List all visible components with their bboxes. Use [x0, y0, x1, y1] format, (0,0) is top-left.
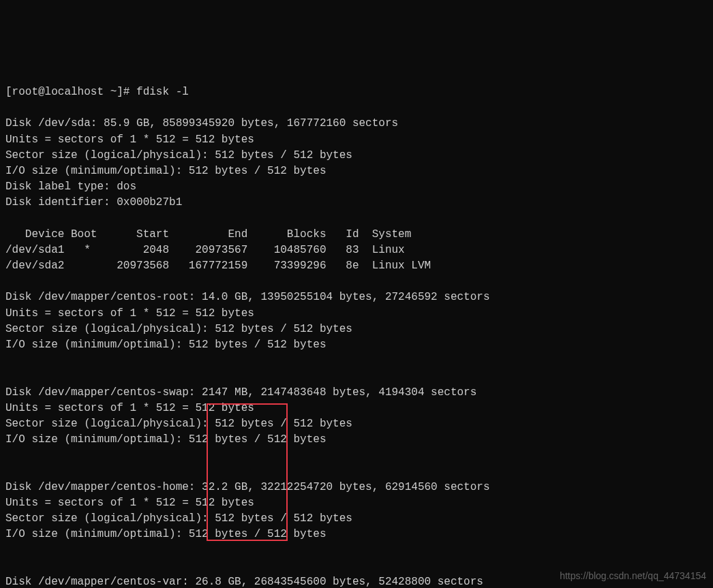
- disk-sda-header: Disk /dev/sda: 85.9 GB, 85899345920 byte…: [5, 117, 398, 129]
- disk-root-io-size: I/O size (minimum/optimal): 512 bytes / …: [5, 339, 326, 351]
- disk-sda-label-type: Disk label type: dos: [5, 181, 136, 193]
- disk-swap-io-size: I/O size (minimum/optimal): 512 bytes / …: [5, 433, 326, 446]
- prompt-line: [root@localhost ~]# fdisk -l: [5, 86, 189, 98]
- disk-root-sector-size: Sector size (logical/physical): 512 byte…: [5, 323, 352, 335]
- watermark-text: https://blog.csdn.net/qq_44734154: [560, 569, 706, 583]
- disk-swap-sector-size: Sector size (logical/physical): 512 byte…: [5, 418, 352, 430]
- disk-home-header: Disk /dev/mapper/centos-home: 32.2 GB, 3…: [5, 481, 490, 493]
- disk-home-sector-size: Sector size (logical/physical): 512 byte…: [5, 512, 352, 525]
- disk-sda-identifier: Disk identifier: 0x000b27b1: [5, 196, 182, 208]
- partition-row-sda1: /dev/sda1 * 2048 20973567 10485760 83 Li…: [5, 244, 405, 256]
- disk-swap-units: Units = sectors of 1 * 512 = 512 bytes: [5, 402, 254, 414]
- disk-home-io-size: I/O size (minimum/optimal): 512 bytes / …: [5, 528, 326, 540]
- disk-sda-sector-size: Sector size (logical/physical): 512 byte…: [5, 149, 352, 161]
- disk-root-header: Disk /dev/mapper/centos-root: 14.0 GB, 1…: [5, 291, 490, 303]
- disk-swap-header: Disk /dev/mapper/centos-swap: 2147 MB, 2…: [5, 386, 476, 399]
- partition-table-header: Device Boot Start End Blocks Id System: [5, 228, 411, 241]
- disk-home-units: Units = sectors of 1 * 512 = 512 bytes: [5, 497, 254, 509]
- partition-row-sda2: /dev/sda2 20973568 167772159 73399296 8e…: [5, 260, 431, 272]
- terminal-output: [root@localhost ~]# fdisk -l Disk /dev/s…: [5, 69, 708, 588]
- disk-sda-units: Units = sectors of 1 * 512 = 512 bytes: [5, 134, 254, 146]
- disk-root-units: Units = sectors of 1 * 512 = 512 bytes: [5, 307, 254, 320]
- disk-var-header: Disk /dev/mapper/centos-var: 26.8 GB, 26…: [5, 576, 483, 588]
- disk-sda-io-size: I/O size (minimum/optimal): 512 bytes / …: [5, 165, 326, 177]
